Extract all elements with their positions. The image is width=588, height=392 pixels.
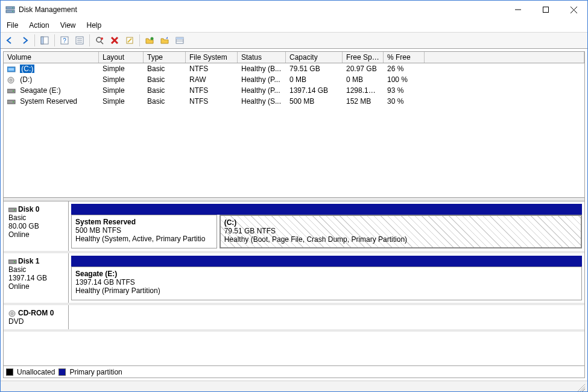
disk-row: Disk 0Basic80.00 GBOnlineSystem Reserved…: [4, 201, 584, 253]
svg-rect-5: [543, 7, 549, 13]
toolbar-separator: [54, 34, 55, 46]
cell-capacity: 0 MB: [286, 74, 343, 85]
disk-map-scroll[interactable]: Disk 0Basic80.00 GBOnlineSystem Reserved…: [4, 201, 584, 365]
disk-type: DVD: [8, 317, 63, 326]
new-folder-icon[interactable]: [143, 34, 156, 47]
cell-free: 152 MB: [343, 96, 384, 107]
col-capacity[interactable]: Capacity: [286, 52, 343, 63]
disk-title: Disk 0: [18, 205, 39, 213]
col-filesystem[interactable]: File System: [186, 52, 238, 63]
cell-layout: Simple: [99, 63, 144, 74]
col-pctfree[interactable]: % Free: [384, 52, 425, 63]
partition-status: Healthy (System, Active, Primary Partiti…: [75, 235, 213, 243]
disk-state: Online: [8, 282, 63, 291]
col-free[interactable]: Free Spa...: [343, 52, 384, 63]
folder-action-icon[interactable]: [158, 34, 171, 47]
maximize-button[interactable]: [532, 1, 560, 19]
console-tree-icon[interactable]: [38, 34, 51, 47]
cell-status: Healthy (P...: [238, 85, 286, 96]
statusbar: [1, 381, 587, 391]
partition-body: System Reserved500 MB NTFSHealthy (Syste…: [71, 215, 582, 248]
svg-point-3: [12, 11, 13, 12]
edit-icon[interactable]: [123, 34, 136, 47]
menu-file[interactable]: File: [7, 21, 18, 30]
disk-icon: [8, 206, 17, 213]
list-view-icon[interactable]: [173, 34, 186, 47]
disk-info[interactable]: Disk 1Basic1397.14 GBOnline: [4, 253, 69, 303]
volume-row[interactable]: (D:)SimpleBasicRAWHealthy (P...0 MB0 MB1…: [4, 74, 584, 85]
volume-list-header: Volume Layout Type File System Status Ca…: [4, 52, 584, 63]
cell-pct: 26 %: [384, 63, 425, 74]
toolbar-separator: [34, 34, 35, 46]
disk-title: CD-ROM 0: [18, 309, 54, 317]
toolbar-separator: [139, 34, 140, 46]
volume-row[interactable]: System ReservedSimpleBasicNTFSHealthy (S…: [4, 96, 584, 107]
partition[interactable]: System Reserved500 MB NTFSHealthy (Syste…: [71, 215, 217, 248]
partition-status: Healthy (Primary Partition): [75, 286, 578, 295]
disk-icon: [8, 310, 17, 317]
cell-fs: NTFS: [186, 63, 238, 74]
menubar: File Action View Help: [1, 19, 587, 32]
disk-title: Disk 1: [18, 257, 39, 265]
cell-type: Basic: [144, 74, 186, 85]
volume-rows[interactable]: (C:)SimpleBasicNTFSHealthy (B...79.51 GB…: [4, 63, 584, 197]
svg-point-32: [13, 90, 14, 92]
menu-help[interactable]: Help: [87, 21, 102, 30]
help-icon[interactable]: ?: [58, 34, 71, 47]
cell-capacity: 79.51 GB: [286, 63, 343, 74]
svg-text:?: ?: [63, 37, 66, 44]
content-area: Volume Layout Type File System Status Ca…: [3, 51, 585, 378]
cell-type: Basic: [144, 85, 186, 96]
disk-icon: [8, 258, 17, 265]
disk-row: Disk 1Basic1397.14 GBOnlineSeagate (E:)1…: [4, 253, 584, 305]
minimize-button[interactable]: [504, 1, 532, 19]
cell-fs: RAW: [186, 74, 238, 85]
partition[interactable]: (C:)79.51 GB NTFSHealthy (Boot, Page Fil…: [220, 215, 582, 248]
disk-info[interactable]: CD-ROM 0DVD: [4, 305, 69, 329]
partition-name: Seagate (E:): [75, 270, 117, 278]
partition-header-bar: [71, 204, 582, 215]
col-layout[interactable]: Layout: [99, 52, 144, 63]
col-status[interactable]: Status: [238, 52, 286, 63]
volume-name: Seagate (E:): [20, 86, 60, 95]
svg-point-34: [13, 101, 14, 103]
col-type[interactable]: Type: [144, 52, 186, 63]
disk-info[interactable]: Disk 0Basic80.00 GBOnline: [4, 201, 69, 251]
svg-point-30: [10, 79, 12, 81]
menu-view[interactable]: View: [60, 21, 76, 30]
svg-rect-33: [7, 100, 15, 104]
menu-action[interactable]: Action: [29, 21, 49, 30]
properties-icon[interactable]: [73, 34, 86, 47]
svg-rect-35: [8, 208, 16, 212]
svg-rect-37: [8, 260, 16, 264]
svg-rect-9: [41, 37, 43, 44]
col-volume[interactable]: Volume: [4, 52, 99, 63]
volume-name: System Reserved: [20, 97, 77, 106]
partition-size: 500 MB NTFS: [75, 226, 213, 235]
window-controls: [504, 1, 587, 19]
cell-status: Healthy (S...: [238, 96, 286, 107]
volume-name: (D:): [20, 75, 32, 84]
legend-unallocated-label: Unallocated: [17, 368, 55, 376]
cell-layout: Simple: [99, 96, 144, 107]
back-icon[interactable]: [3, 34, 16, 47]
disk-type: Basic: [8, 265, 63, 274]
forward-icon[interactable]: [18, 34, 31, 47]
partition[interactable]: Seagate (E:)1397.14 GB NTFSHealthy (Prim…: [71, 267, 582, 300]
volume-row[interactable]: (C:)SimpleBasicNTFSHealthy (B...79.51 GB…: [4, 63, 584, 74]
cell-fs: NTFS: [186, 85, 238, 96]
legend-swatch-unallocated: [6, 368, 13, 376]
partition-size: 79.51 GB NTFS: [224, 227, 577, 235]
volume-row[interactable]: Seagate (E:)SimpleBasicNTFSHealthy (P...…: [4, 85, 584, 96]
volume-icon: [7, 77, 17, 84]
svg-point-22: [151, 37, 154, 40]
find-icon[interactable]: [93, 34, 106, 47]
delete-icon[interactable]: [108, 34, 121, 47]
disk-size: 80.00 GB: [8, 222, 63, 230]
resize-grip[interactable]: [575, 382, 585, 391]
legend-swatch-primary: [58, 368, 66, 376]
close-button[interactable]: [560, 1, 587, 19]
disk-type: Basic: [8, 213, 63, 222]
col-spacer: [425, 52, 584, 63]
disk-state: Online: [8, 230, 63, 239]
